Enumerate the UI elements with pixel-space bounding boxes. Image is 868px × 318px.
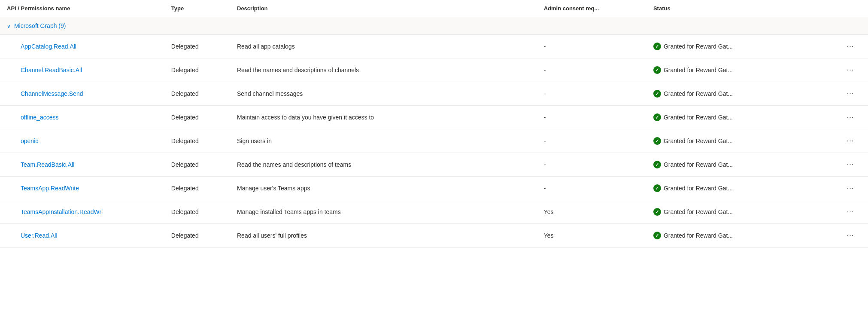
cell-admin-consent: - [537, 82, 646, 106]
cell-admin-consent: - [537, 153, 646, 177]
cell-description: Read the names and descriptions of chann… [230, 58, 537, 82]
cell-status: Granted for Reward Gat... [646, 200, 833, 224]
cell-api-name: ChannelMessage.Send [0, 82, 164, 106]
cell-description: Read all users' full profiles [230, 224, 537, 248]
granted-check-icon [653, 161, 661, 168]
cell-api-name: AppCatalog.Read.All [0, 35, 164, 58]
permission-link[interactable]: Team.ReadBasic.All [21, 161, 74, 168]
cell-type: Delegated [164, 200, 230, 224]
permission-link[interactable]: ChannelMessage.Send [21, 90, 83, 97]
cell-type: Delegated [164, 58, 230, 82]
table-row: ChannelMessage.Send Delegated Send chann… [0, 82, 868, 106]
granted-check-icon [653, 184, 661, 192]
cell-description: Manage user's Teams apps [230, 177, 537, 200]
col-header-type: Type [164, 0, 230, 17]
permissions-table-container: API / Permissions name Type Description … [0, 0, 868, 248]
permission-link[interactable]: Channel.ReadBasic.All [21, 67, 82, 73]
cell-admin-consent: - [537, 58, 646, 82]
cell-actions: ··· [833, 35, 868, 58]
col-header-admin: Admin consent req... [537, 0, 646, 17]
cell-type: Delegated [164, 153, 230, 177]
cell-status: Granted for Reward Gat... [646, 106, 833, 129]
cell-actions: ··· [833, 224, 868, 248]
more-options-button[interactable]: ··· [844, 64, 857, 76]
cell-actions: ··· [833, 58, 868, 82]
table-row: openid Delegated Sign users in - Granted… [0, 129, 868, 153]
cell-status: Granted for Reward Gat... [646, 82, 833, 106]
cell-description: Manage installed Teams apps in teams [230, 200, 537, 224]
more-options-button[interactable]: ··· [844, 206, 857, 217]
status-text: Granted for Reward Gat... [664, 90, 733, 97]
cell-status: Granted for Reward Gat... [646, 58, 833, 82]
permission-link[interactable]: openid [21, 138, 39, 144]
chevron-icon[interactable]: ∨ [7, 23, 11, 29]
cell-admin-consent: - [537, 177, 646, 200]
cell-api-name: offline_access [0, 106, 164, 129]
cell-api-name: openid [0, 129, 164, 153]
cell-status: Granted for Reward Gat... [646, 153, 833, 177]
more-options-button[interactable]: ··· [844, 135, 857, 147]
permissions-table: API / Permissions name Type Description … [0, 0, 868, 248]
cell-actions: ··· [833, 106, 868, 129]
cell-type: Delegated [164, 35, 230, 58]
cell-status: Granted for Reward Gat... [646, 129, 833, 153]
cell-description: Send channel messages [230, 82, 537, 106]
cell-description: Sign users in [230, 129, 537, 153]
cell-admin-consent: Yes [537, 200, 646, 224]
more-options-button[interactable]: ··· [844, 183, 857, 194]
more-options-button[interactable]: ··· [844, 230, 857, 241]
col-header-description: Description [230, 0, 537, 17]
permission-link[interactable]: TeamsAppInstallation.ReadWri [21, 208, 103, 215]
cell-type: Delegated [164, 106, 230, 129]
more-options-button[interactable]: ··· [844, 88, 857, 99]
col-header-actions [833, 0, 868, 17]
cell-status: Granted for Reward Gat... [646, 224, 833, 248]
granted-check-icon [653, 43, 661, 50]
cell-admin-consent: Yes [537, 224, 646, 248]
granted-check-icon [653, 232, 661, 239]
col-header-status: Status [646, 0, 833, 17]
more-options-button[interactable]: ··· [844, 159, 857, 170]
table-row: TeamsApp.ReadWrite Delegated Manage user… [0, 177, 868, 200]
permission-link[interactable]: User.Read.All [21, 232, 58, 239]
cell-type: Delegated [164, 224, 230, 248]
cell-api-name: User.Read.All [0, 224, 164, 248]
granted-check-icon [653, 90, 661, 98]
granted-check-icon [653, 137, 661, 145]
status-text: Granted for Reward Gat... [664, 114, 733, 121]
status-text: Granted for Reward Gat... [664, 43, 733, 50]
cell-actions: ··· [833, 82, 868, 106]
table-header-row: API / Permissions name Type Description … [0, 0, 868, 17]
cell-actions: ··· [833, 129, 868, 153]
cell-admin-consent: - [537, 129, 646, 153]
status-text: Granted for Reward Gat... [664, 232, 733, 239]
cell-actions: ··· [833, 200, 868, 224]
cell-description: Read the names and descriptions of teams [230, 153, 537, 177]
table-row: offline_access Delegated Maintain access… [0, 106, 868, 129]
granted-check-icon [653, 113, 661, 121]
table-row: AppCatalog.Read.All Delegated Read all a… [0, 35, 868, 58]
table-row: Channel.ReadBasic.All Delegated Read the… [0, 58, 868, 82]
table-row: User.Read.All Delegated Read all users' … [0, 224, 868, 248]
status-text: Granted for Reward Gat... [664, 67, 733, 73]
col-header-api: API / Permissions name [0, 0, 164, 17]
cell-actions: ··· [833, 153, 868, 177]
table-row: TeamsAppInstallation.ReadWri Delegated M… [0, 200, 868, 224]
more-options-button[interactable]: ··· [844, 41, 857, 52]
cell-api-name: Team.ReadBasic.All [0, 153, 164, 177]
cell-status: Granted for Reward Gat... [646, 35, 833, 58]
cell-type: Delegated [164, 177, 230, 200]
permission-link[interactable]: TeamsApp.ReadWrite [21, 185, 79, 192]
granted-check-icon [653, 66, 661, 74]
cell-api-name: TeamsApp.ReadWrite [0, 177, 164, 200]
cell-api-name: Channel.ReadBasic.All [0, 58, 164, 82]
cell-status: Granted for Reward Gat... [646, 177, 833, 200]
cell-admin-consent: - [537, 106, 646, 129]
permission-link[interactable]: offline_access [21, 114, 58, 121]
cell-api-name: TeamsAppInstallation.ReadWri [0, 200, 164, 224]
more-options-button[interactable]: ··· [844, 112, 857, 123]
cell-actions: ··· [833, 177, 868, 200]
group-link-microsoft-graph[interactable]: Microsoft Graph (9) [14, 22, 66, 29]
status-text: Granted for Reward Gat... [664, 161, 733, 168]
permission-link[interactable]: AppCatalog.Read.All [21, 43, 76, 50]
